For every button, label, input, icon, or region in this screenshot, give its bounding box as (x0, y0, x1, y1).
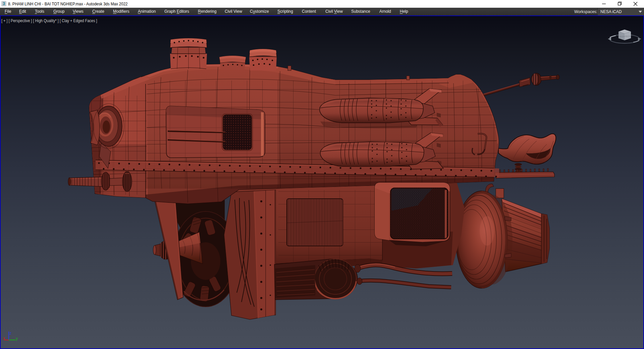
svg-text:y: y (16, 336, 18, 341)
svg-text:z: z (9, 331, 11, 336)
svg-text:RIGHT: RIGHT (620, 36, 626, 38)
svg-text:3: 3 (3, 1, 5, 6)
svg-text:BACK: BACK (626, 35, 631, 37)
svg-text:x: x (3, 336, 5, 341)
